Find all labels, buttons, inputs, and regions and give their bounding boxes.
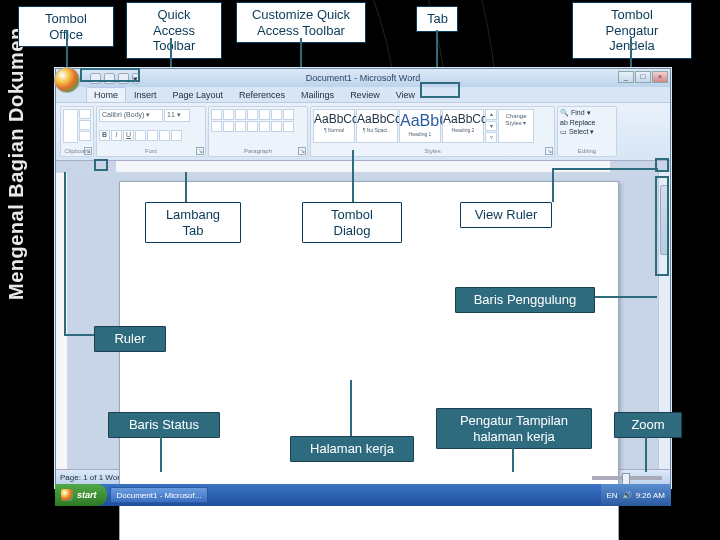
scrollbar-thumb[interactable]	[660, 185, 669, 255]
tray-clock[interactable]: 9:26 AM	[636, 491, 665, 500]
label-tombol-pengatur-jendela: Tombol Pengatur Jendela	[572, 2, 692, 59]
close-button[interactable]: ×	[652, 71, 668, 83]
windows-logo-icon	[61, 489, 73, 501]
window-title: Document1 - Microsoft Word	[306, 73, 420, 83]
paste-button[interactable]	[63, 109, 78, 143]
indent-dec-button[interactable]	[247, 109, 258, 120]
label-pengatur-tampilan: Pengatur Tampilan halaman kerja	[436, 408, 592, 449]
change-styles-button[interactable]: Change Styles ▾	[498, 109, 534, 143]
ribbon: Clipboard ↘ Calibri (Body) ▾ 11 ▾ B I U …	[56, 103, 670, 161]
dialog-launcher-icon[interactable]: ↘	[84, 147, 92, 155]
style-heading1[interactable]: AaBbCcHeading 1	[399, 109, 441, 143]
justify-button[interactable]	[247, 121, 258, 132]
borders-button[interactable]	[283, 121, 294, 132]
subscript-button[interactable]	[147, 130, 158, 141]
styles-scroll-down[interactable]: ▾	[485, 121, 497, 132]
vertical-ruler[interactable]	[56, 173, 68, 469]
qat-save-icon[interactable]	[90, 73, 101, 84]
format-painter-button[interactable]	[79, 131, 91, 141]
tab-review[interactable]: Review	[342, 87, 388, 102]
font-name-selector[interactable]: Calibri (Body) ▾	[99, 109, 163, 122]
styles-more[interactable]: ▿	[485, 132, 497, 143]
highlight-button[interactable]	[159, 130, 170, 141]
styles-scroll-up[interactable]: ▴	[485, 109, 497, 120]
zoom-slider[interactable]	[592, 476, 662, 480]
tray-volume-icon[interactable]: 🔊	[622, 491, 632, 500]
copy-button[interactable]	[79, 120, 91, 130]
find-button[interactable]: 🔍 Find ▾	[560, 109, 614, 117]
label-baris-status: Baris Status	[108, 412, 220, 438]
tab-view[interactable]: View	[388, 87, 423, 102]
horizontal-ruler[interactable]	[56, 161, 670, 173]
windows-taskbar: start Document1 - Microsof... EN 🔊 9:26 …	[55, 484, 671, 506]
replace-button[interactable]: ab Replace	[560, 119, 614, 126]
quick-access-toolbar[interactable]: ▾	[90, 73, 139, 84]
minimize-button[interactable]: _	[618, 71, 634, 83]
office-button[interactable]	[54, 67, 80, 93]
label-view-ruler: View Ruler	[460, 202, 552, 228]
slide-title: Mengenal Bagian Dokumen	[5, 27, 28, 300]
group-label: Paragraph	[211, 148, 305, 154]
label-ruler: Ruler	[94, 326, 166, 352]
start-label: start	[77, 490, 97, 500]
label-zoom: Zoom	[614, 412, 682, 438]
tray-language[interactable]: EN	[607, 491, 618, 500]
line-spacing-button[interactable]	[259, 121, 270, 132]
style-heading2[interactable]: AaBbCcHeading 2	[442, 109, 484, 143]
tab-references[interactable]: References	[231, 87, 293, 102]
align-center-button[interactable]	[223, 121, 234, 132]
system-tray: EN 🔊 9:26 AM	[601, 484, 671, 506]
qat-customize-icon[interactable]: ▾	[132, 73, 139, 84]
sort-button[interactable]	[271, 109, 282, 120]
tab-page-layout[interactable]: Page Layout	[165, 87, 232, 102]
bold-button[interactable]: B	[99, 130, 110, 141]
group-label: Font	[99, 148, 203, 154]
tab-home[interactable]: Home	[86, 87, 126, 102]
underline-button[interactable]: U	[123, 130, 134, 141]
group-font: Calibri (Body) ▾ 11 ▾ B I U Font ↘	[96, 106, 206, 157]
style-normal[interactable]: AaBbCcDd¶ Normal	[313, 109, 355, 143]
dialog-launcher-icon[interactable]: ↘	[196, 147, 204, 155]
bullets-button[interactable]	[211, 109, 222, 120]
view-ruler-toggle[interactable]	[658, 161, 670, 173]
select-button[interactable]: ▭ Select ▾	[560, 128, 614, 136]
group-editing: 🔍 Find ▾ ab Replace ▭ Select ▾ Editing	[557, 106, 617, 157]
font-color-button[interactable]	[171, 130, 182, 141]
indent-inc-button[interactable]	[259, 109, 270, 120]
qat-redo-icon[interactable]	[118, 73, 129, 84]
tab-insert[interactable]: Insert	[126, 87, 165, 102]
start-button[interactable]: start	[55, 484, 107, 506]
group-paragraph: Paragraph ↘	[208, 106, 308, 157]
label-customize-qat: Customize Quick Access Toolbar	[236, 2, 366, 43]
title-bar: ▾ Document1 - Microsoft Word _ □ ×	[56, 69, 670, 87]
label-halaman-kerja: Halaman kerja	[290, 436, 414, 462]
strike-button[interactable]	[135, 130, 146, 141]
taskbar-item-word[interactable]: Document1 - Microsof...	[110, 487, 209, 503]
align-left-button[interactable]	[211, 121, 222, 132]
label-tab: Tab	[416, 6, 458, 32]
label-lambang-tab: Lambang Tab	[145, 202, 241, 243]
dialog-launcher-icon[interactable]: ↘	[298, 147, 306, 155]
group-label: Editing	[560, 148, 614, 154]
maximize-button[interactable]: □	[635, 71, 651, 83]
label-quick-access: Quick Access Toolbar	[126, 2, 222, 59]
window-controls: _ □ ×	[618, 71, 668, 83]
align-right-button[interactable]	[235, 121, 246, 132]
qat-undo-icon[interactable]	[104, 73, 115, 84]
shading-button[interactable]	[271, 121, 282, 132]
group-label: Styles	[313, 148, 552, 154]
cut-button[interactable]	[79, 109, 91, 119]
numbering-button[interactable]	[223, 109, 234, 120]
font-size-selector[interactable]: 11 ▾	[164, 109, 190, 122]
style-no-spacing[interactable]: AaBbCcDd¶ No Spaci...	[356, 109, 398, 143]
label-tombol-dialog: Tombol Dialog	[302, 202, 402, 243]
tab-mailings[interactable]: Mailings	[293, 87, 342, 102]
dialog-launcher-icon[interactable]: ↘	[545, 147, 553, 155]
group-clipboard: Clipboard ↘	[60, 106, 94, 157]
multilevel-button[interactable]	[235, 109, 246, 120]
label-baris-penggulung: Baris Penggulung	[455, 287, 595, 313]
show-marks-button[interactable]	[283, 109, 294, 120]
italic-button[interactable]: I	[111, 130, 122, 141]
ribbon-tabs: Home Insert Page Layout References Maili…	[56, 87, 670, 103]
group-styles: AaBbCcDd¶ Normal AaBbCcDd¶ No Spaci... A…	[310, 106, 555, 157]
